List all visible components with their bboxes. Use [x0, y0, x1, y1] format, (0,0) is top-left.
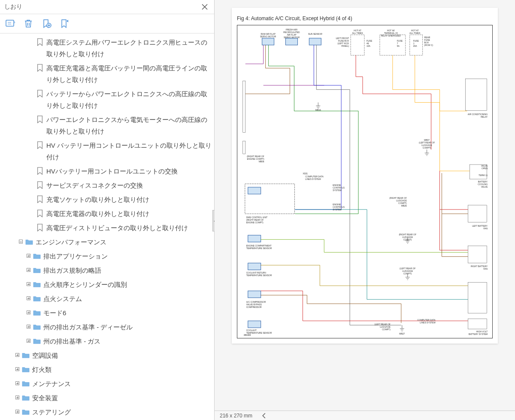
folder-item[interactable]: 灯火類 [2, 362, 214, 377]
svg-text:COOLANT RETURNTEMPERATURE SENS: COOLANT RETURNTEMPERATURE SENSOR [246, 271, 272, 277]
svg-text:HOT ATALL TIMES: HOT ATALL TIMES [409, 29, 421, 34]
expand-toggle[interactable] [27, 296, 30, 300]
close-icon [201, 3, 208, 10]
svg-text:REARFUSEBOX(ROW C): REARFUSEBOX(ROW C) [424, 36, 433, 46]
expand-toggle[interactable] [27, 268, 30, 272]
options-button[interactable] [4, 18, 16, 30]
svg-rect-13 [248, 263, 261, 270]
svg-text:BATTERYCOOLINGVALVE: BATTERYCOOLINGVALVE [478, 180, 488, 188]
bookmark-item[interactable]: パワーエレクトロニクスから電気モーターへの高圧線の取り外しと取り付け [2, 113, 214, 138]
bookmark-item[interactable]: 高電圧ディストリビュータの取り外しと取り付け [2, 221, 214, 235]
svg-rect-4 [309, 38, 321, 45]
expand-toggle[interactable] [27, 339, 30, 343]
svg-rect-5 [351, 35, 364, 55]
folder-item[interactable]: 空調設備 [2, 348, 214, 362]
folder-engine-performance[interactable]: エンジンパフォーマンス [2, 235, 214, 249]
close-sidebar-button[interactable] [200, 2, 210, 12]
add-bookmark-button[interactable] [40, 18, 52, 30]
folder-label: ステアリング [32, 406, 71, 418]
folder-label: 空調設備 [32, 350, 58, 361]
expand-toggle[interactable] [15, 410, 19, 414]
expand-toggle[interactable] [15, 353, 19, 357]
folder-item[interactable]: メンテナンス [2, 377, 214, 391]
folder-item[interactable]: 州の排出基準 - ガス [2, 334, 214, 348]
svg-rect-16 [465, 79, 487, 111]
page-scroll-area[interactable]: Fig 4: Automatic A/C Circuit, Except Hyb… [215, 0, 515, 411]
trash-icon [23, 18, 33, 29]
svg-text:FUSE4610A: FUSE4610A [367, 40, 373, 47]
folder-item[interactable]: 州の排出ガス基準 - ディーゼル [2, 320, 214, 334]
bookmark-icon [36, 64, 44, 72]
bookmark-tree[interactable]: 高電圧システム用パワーエレクトロニクス用ヒュースの取り外しと取り付け 高電圧充電… [0, 33, 214, 420]
svg-text:AIR CONDITIONINGRELAY: AIR CONDITIONINGRELAY [468, 113, 488, 118]
folder-icon [22, 394, 30, 402]
folder-icon [33, 280, 41, 288]
figure-title: Fig 4: Automatic A/C Circuit, Except Hyb… [237, 15, 493, 21]
bookmark-icon [36, 181, 44, 189]
bookmark-label: HVバッテリー用コントロールユニットの交換 [46, 165, 178, 177]
status-bar: 216 x 270 mm [215, 411, 515, 420]
bookmark-item[interactable]: HV バッテリー用コントロールユニットの取り外しと取り付け [2, 138, 214, 164]
svg-rect-15 [248, 321, 261, 328]
folder-item[interactable]: ステアリング [2, 405, 214, 419]
folder-label: 州の排出ガス基準 - ディーゼル [43, 321, 133, 333]
svg-text:A/C COMPRESSORVALVE BYPASSCOMP: A/C COMPRESSORVALVE BYPASSCOMPRESSOR [246, 301, 266, 308]
folder-icon [33, 337, 41, 345]
folder-icon [33, 295, 41, 302]
expand-toggle[interactable] [27, 282, 30, 286]
sidebar-title-label: しおり [4, 3, 22, 11]
svg-rect-0 [6, 20, 14, 26]
expand-toggle[interactable] [27, 325, 30, 329]
bookmark-label: 充電ソケットの取り外しと取り付け [46, 194, 149, 205]
folder-item[interactable]: モード6 [2, 306, 214, 320]
bookmark-icon [36, 224, 44, 231]
sidebar-toolbar [0, 14, 214, 33]
svg-rect-2 [262, 38, 274, 45]
svg-text:LEFT FRONTFUSE BOX(LEFT KICKPA: LEFT FRONTFUSE BOX(LEFT KICKPANEL) [336, 37, 349, 47]
folder-item[interactable]: 排出アプリケーション [2, 249, 214, 263]
collapse-toggle[interactable] [19, 240, 23, 243]
folder-item[interactable]: 点火システム [2, 292, 214, 306]
folder-icon [22, 408, 30, 416]
bookmark-expand-icon [59, 18, 70, 29]
wiring-diagram: RAM AIR FLAPSERVO MOTOR FRESH AIR/RECIRC… [237, 25, 493, 338]
delete-bookmark-button[interactable] [22, 18, 34, 30]
folder-item[interactable]: 排出ガス規制の略語 [2, 263, 214, 277]
expand-toggle[interactable] [15, 396, 19, 399]
bookmark-item[interactable]: 高電圧充電器の取り外しと取り付け [2, 207, 214, 221]
expand-toggle[interactable] [27, 254, 30, 258]
folder-label: モード6 [43, 307, 66, 319]
svg-text:ENGINE COMPARTMENTTEMPERATURE : ENGINE COMPARTMENTTEMPERATURE SENSOR [246, 244, 272, 250]
expand-toggle[interactable] [15, 367, 19, 371]
svg-text:RIGHT BATTERYFAN: RIGHT BATTERYFAN [471, 265, 488, 270]
svg-text:TERM 11: TERM 11 [479, 174, 488, 177]
bookmark-item[interactable]: 充電ソケットの取り外しと取り付け [2, 192, 214, 207]
bookmark-item[interactable]: 高電圧充電器と高電圧バッテリー間の高電圧ラインの取り外しと取り付け [2, 61, 214, 87]
folder-icon [25, 238, 33, 246]
svg-text:(LEFT REAR OFLUGGAGECOMPT): (LEFT REAR OFLUGGAGECOMPT) [375, 323, 391, 331]
folder-item[interactable]: 点火順序とシリンダーの識別 [2, 277, 214, 292]
svg-text:COMPUTER DATALINES SYSTEM: COMPUTER DATALINES SYSTEM [417, 319, 436, 324]
bookmark-item[interactable]: HVバッテリー用コントロールユニットの交換 [2, 164, 214, 178]
bookmark-icon [36, 116, 44, 123]
folder-icon [22, 380, 30, 387]
bookmark-item[interactable]: バッテリーからパワーエレクトロニクスへの高圧線の取り外しと取り付け [2, 87, 214, 113]
folder-item[interactable]: 安全装置 [2, 391, 214, 405]
svg-text:MB27: MB27 [399, 332, 405, 335]
bookmark-item[interactable]: サービスディスコネクターの交換 [2, 178, 214, 192]
svg-text:VALVEOPEN: VALVEOPEN [481, 164, 488, 170]
prev-page-icon[interactable] [261, 413, 267, 419]
svg-rect-20 [468, 282, 487, 313]
expand-bookmark-button[interactable] [58, 18, 70, 30]
pdf-page: Fig 4: Automatic A/C Circuit, Except Hyb… [232, 8, 498, 344]
svg-text:(LEFT REAR OFLUGGAGECOMPT): (LEFT REAR OFLUGGAGECOMPT) [400, 267, 415, 275]
svg-rect-8 [243, 81, 245, 133]
bookmark-icon [36, 167, 44, 175]
expand-toggle[interactable] [27, 310, 30, 314]
bookmark-item[interactable]: 高電圧システム用パワーエレクトロニクス用ヒュースの取り外しと取り付け [2, 35, 214, 61]
expand-toggle[interactable] [15, 381, 19, 385]
folder-label: 点火順序とシリンダーの識別 [43, 279, 127, 290]
svg-text:LEFT BATTERYFAN: LEFT BATTERYFAN [472, 225, 488, 230]
svg-rect-21 [468, 319, 487, 329]
folder-icon [33, 252, 41, 260]
